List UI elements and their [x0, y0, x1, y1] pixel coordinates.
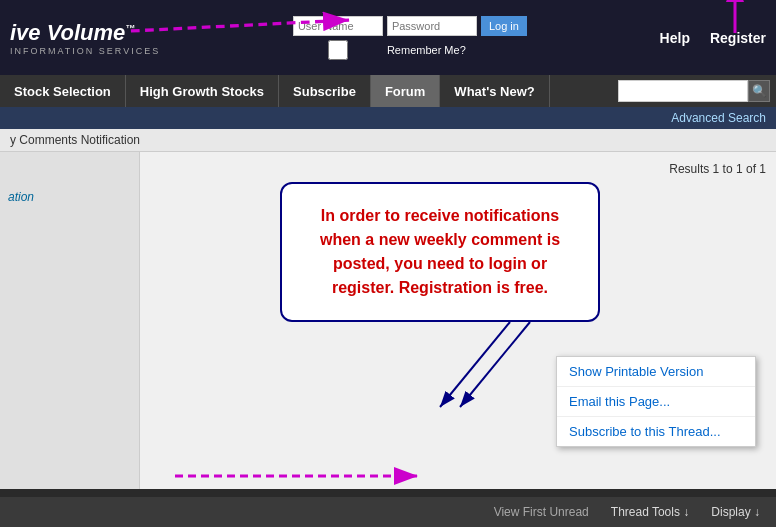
svg-line-6 — [440, 322, 510, 407]
nav-item-forum[interactable]: Forum — [371, 75, 440, 107]
thread-tools-button[interactable]: Thread Tools ↓ — [605, 503, 696, 521]
email-link[interactable]: Email this Page... — [569, 394, 670, 409]
thread-tools-dropdown: Show Printable Version Email this Page..… — [556, 356, 756, 447]
logo-sub: INFORMATION SERVICES — [10, 46, 160, 56]
login-arrow-icon — [120, 8, 360, 43]
dropdown-subscribe[interactable]: Subscribe to this Thread... — [557, 417, 755, 446]
printable-link[interactable]: Show Printable Version — [569, 364, 703, 379]
adv-search-bar: Advanced Search — [0, 107, 776, 129]
sidebar: ation — [0, 152, 140, 489]
notification-text: In order to receive notifications when a… — [307, 204, 573, 300]
nav-item-whats-new[interactable]: What's New? — [440, 75, 549, 107]
sidebar-item: ation — [8, 190, 131, 204]
help-link[interactable]: Help — [660, 30, 690, 46]
nav-search-input[interactable] — [618, 80, 748, 102]
breadcrumb-text: y Comments Notification — [10, 133, 140, 147]
dropdown-printable[interactable]: Show Printable Version — [557, 357, 755, 387]
notification-box: In order to receive notifications when a… — [280, 182, 600, 322]
header-right: Help Register — [660, 30, 766, 46]
nav-item-subscribe[interactable]: Subscribe — [279, 75, 371, 107]
header: ive Volume™ INFORMATION SERVICES Log in … — [0, 0, 776, 75]
svg-line-1 — [131, 20, 349, 31]
svg-line-7 — [460, 322, 530, 407]
login-button[interactable]: Log in — [481, 16, 527, 36]
subscribe-link[interactable]: Subscribe to this Thread... — [569, 424, 721, 439]
search-button[interactable]: 🔍 — [748, 80, 770, 102]
password-input[interactable] — [387, 16, 477, 36]
dropdown-email[interactable]: Email this Page... — [557, 387, 755, 417]
remember-label: Remember Me? — [387, 44, 466, 56]
subscribe-arrow-icon — [170, 454, 430, 499]
results-info: Results 1 to 1 of 1 — [150, 162, 766, 176]
advanced-search-link[interactable]: Advanced Search — [671, 111, 766, 125]
nav-search: 🔍 — [612, 75, 776, 107]
content-area: y Comments Notification ation Results 1 … — [0, 129, 776, 527]
register-arrow-icon — [720, 0, 750, 35]
bottom-toolbar: View First Unread Thread Tools ↓ Display… — [0, 497, 776, 527]
navbar: Stock Selection High Growth Stocks Subsc… — [0, 75, 776, 107]
nav-item-stock-selection[interactable]: Stock Selection — [0, 75, 126, 107]
breadcrumb-row: y Comments Notification — [0, 129, 776, 152]
display-button[interactable]: Display ↓ — [705, 503, 766, 521]
view-first-unread[interactable]: View First Unread — [488, 503, 595, 521]
nav-item-high-growth[interactable]: High Growth Stocks — [126, 75, 279, 107]
